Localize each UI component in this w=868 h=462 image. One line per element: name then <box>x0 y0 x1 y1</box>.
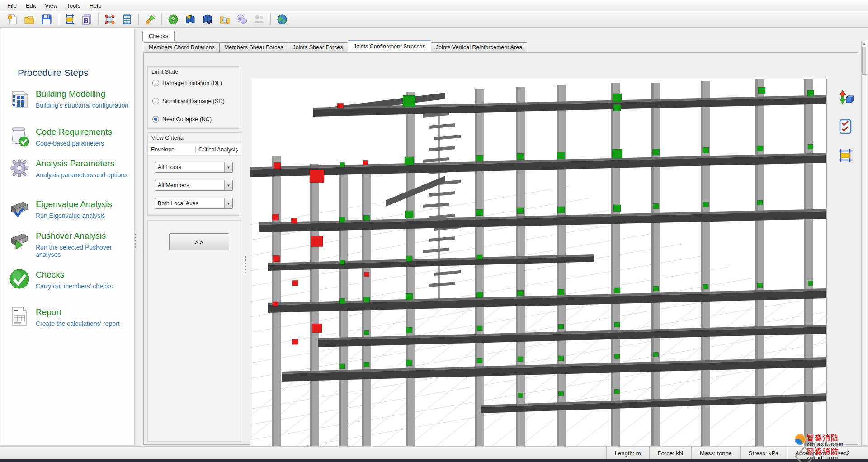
sidebar-item-label: Report <box>36 307 61 317</box>
globe-icon[interactable] <box>274 13 290 26</box>
vertical-scrollbar[interactable]: ▲ <box>861 41 867 446</box>
radio-near-collapse[interactable]: Near Collapse (NC) <box>152 116 212 123</box>
calculator-icon[interactable] <box>119 13 135 26</box>
sidebar-item-label: Building Modelling <box>36 89 105 99</box>
chip-run-icon <box>8 228 31 252</box>
radio-label: Significant Damage (SD) <box>162 98 225 104</box>
building-icon <box>8 86 31 110</box>
help-icon[interactable]: ? <box>165 13 181 26</box>
watermark-cn: 智淼消防 <box>807 448 865 455</box>
tab-members-chord-rotations[interactable]: Members Chord Rotations <box>144 42 220 52</box>
envelope-label: Envelope <box>148 146 195 153</box>
radio-significant-damage[interactable]: Significant Damage (SD) <box>152 98 225 104</box>
analysis-value: Critical Analysis <box>198 146 238 153</box>
menu-help[interactable]: Help <box>85 1 106 10</box>
watermark: 智淼消防 zmjaxf..com 智淼消防 zmjxf.com <box>793 434 865 461</box>
radio-icon[interactable] <box>152 80 159 86</box>
chevron-down-icon[interactable]: ▼ <box>224 162 232 172</box>
sidebar-item-label: Checks <box>36 270 64 280</box>
watermark-en: zmjaxf..com <box>807 442 865 448</box>
window-bottom-edge <box>0 459 868 462</box>
model-viewport[interactable] <box>250 79 827 459</box>
checks-panel: Members Chord Rotations Members Shear Fo… <box>142 40 864 447</box>
view-criteria-title: View Criteria <box>151 135 184 141</box>
toolbar-separator <box>98 14 99 25</box>
save-icon[interactable] <box>39 13 54 26</box>
browse-folder-search-icon[interactable] <box>217 13 232 26</box>
apply-button[interactable]: >> <box>169 233 229 250</box>
radio-label: Near Collapse (NC) <box>162 116 212 123</box>
members-dropdown[interactable]: All Members ▼ <box>155 180 233 191</box>
tab-joints-vertical-reinforcement-area[interactable]: Joints Vertical Reinforcement Area <box>431 42 527 52</box>
sidebar-item-sublabel: Run Eigenvalue analysis <box>36 212 105 219</box>
sidebar-item-label: Pushover Analysis <box>36 231 106 241</box>
frame-view-icon[interactable] <box>836 146 854 165</box>
building-3d-scene <box>250 79 826 459</box>
menu-tools[interactable]: Tools <box>62 1 85 10</box>
status-force: Force: kN <box>649 447 691 459</box>
radio-icon-selected[interactable] <box>152 116 159 123</box>
model-3d-view-icon[interactable] <box>102 13 118 26</box>
menu-view[interactable]: View <box>40 1 62 10</box>
menu-edit[interactable]: Edit <box>21 1 40 10</box>
menu-file[interactable]: File <box>3 1 21 10</box>
checks-list-icon[interactable] <box>836 118 854 136</box>
sidebar-item-label: Analysis Parameters <box>36 159 114 169</box>
sidebar-item-report[interactable]: Report Create the calculations' report <box>1 307 134 340</box>
status-stress: Stress: kPa <box>740 447 787 459</box>
tutorial-book-icon[interactable] <box>183 13 198 26</box>
forum-bubbles-icon[interactable] <box>234 13 250 26</box>
deformed-shape-icon[interactable] <box>836 89 854 107</box>
panel-splitter-handle[interactable] <box>244 255 247 273</box>
sidebar-item-pushover-analysis[interactable]: Pushover Analysis Run the selected Pusho… <box>1 231 134 264</box>
tab-checks[interactable]: Checks <box>142 31 175 41</box>
chevron-down-icon[interactable]: ▼ <box>224 198 232 208</box>
sidebar-item-label: Eigenvalue Analysis <box>36 199 112 209</box>
radio-icon[interactable] <box>152 98 159 104</box>
chip-check-icon <box>8 197 31 220</box>
members-value: All Members <box>158 182 189 189</box>
new-file-icon[interactable] <box>5 13 20 26</box>
limit-state-group: Limit State Damage Limitation (DL) Signi… <box>147 66 241 129</box>
sidebar-item-analysis-parameters[interactable]: Analysis Parameters Analysis parameters … <box>1 159 134 191</box>
menu-bar: File Edit View Tools Help <box>0 0 868 11</box>
main-toolbar: ? <box>0 11 868 28</box>
sidebar-item-eigenvalue-analysis[interactable]: Eigenvalue Analysis Run Eigenvalue analy… <box>1 199 134 232</box>
status-mass: Mass: tonne <box>691 447 740 459</box>
scroll-check-icon <box>8 124 31 148</box>
view-tool-strip <box>827 79 864 458</box>
procedure-steps-sidebar: Procedure Steps Building Modelling Build… <box>1 28 135 446</box>
toolbar-separator <box>138 14 139 25</box>
status-length: Length: m <box>606 447 649 459</box>
manual-book-check-icon[interactable] <box>200 13 215 26</box>
sidebar-item-sublabel: Building's structural configuration <box>36 102 128 109</box>
watermark-logo-icon <box>795 434 806 445</box>
axes-dropdown[interactable]: Both Local Axes ▼ <box>155 198 233 209</box>
paintbrush-icon[interactable] <box>142 13 158 26</box>
view-criteria-group: View Criteria Envelope Critical Analysis… <box>147 132 241 216</box>
floors-dropdown[interactable]: All Floors ▼ <box>155 162 233 173</box>
toolbar-separator <box>270 14 271 25</box>
limit-state-title: Limit State <box>151 69 178 75</box>
disabled-users-icon <box>251 13 267 26</box>
sidebar-item-checks[interactable]: Checks Carry out members' checks <box>1 270 134 302</box>
scrollbar-thumb[interactable] <box>862 47 866 75</box>
sidebar-splitter-handle[interactable] <box>134 233 137 249</box>
axes-value: Both Local Axes <box>158 200 198 207</box>
tab-joints-confinement-stresses[interactable]: Joints Confinement Stresses <box>348 40 431 52</box>
tab-members-shear-forces[interactable]: Members Shear Forces <box>219 42 288 52</box>
building-pages-icon[interactable] <box>79 13 94 26</box>
sidebar-item-sublabel: Run the selected Pushover analyses <box>36 244 134 258</box>
sidebar-item-building-modelling[interactable]: Building Modelling Building's structural… <box>1 89 134 122</box>
tab-joints-shear-forces[interactable]: Joints Shear Forces <box>288 42 348 52</box>
report-icon <box>8 305 31 328</box>
check-circle-icon <box>8 267 31 291</box>
chevron-down-icon[interactable]: ▼ <box>224 180 232 190</box>
analysis-dropdown[interactable]: Critical Analysis ▼ <box>195 146 241 153</box>
frame-definition-icon[interactable] <box>62 13 77 26</box>
sidebar-item-code-requirements[interactable]: Code Requirements Code-based parameters <box>1 127 134 160</box>
radio-damage-limitation[interactable]: Damage Limitation (DL) <box>152 80 222 86</box>
sidebar-item-sublabel: Analysis parameters and options <box>36 171 127 179</box>
sidebar-item-sublabel: Carry out members' checks <box>36 283 113 290</box>
open-folder-icon[interactable] <box>22 13 37 26</box>
